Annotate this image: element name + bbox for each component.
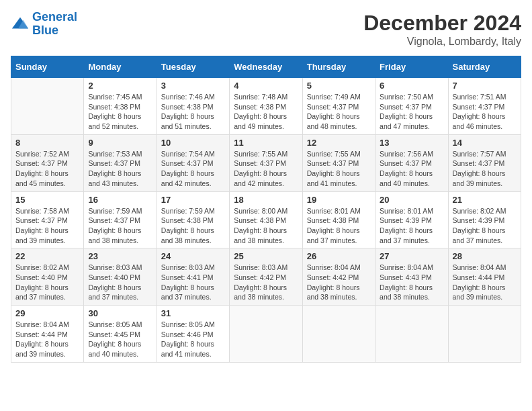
calendar-cell — [302, 306, 375, 363]
day-info: Sunrise: 7:59 AMSunset: 4:37 PMDaylight:… — [88, 206, 152, 246]
day-number: 20 — [380, 195, 443, 205]
col-monday: Monday — [84, 56, 157, 78]
calendar-cell: 4 Sunrise: 7:48 AMSunset: 4:38 PMDayligh… — [230, 78, 302, 135]
day-number: 13 — [380, 138, 443, 148]
header: General Blue December 2024 Vignola, Lomb… — [11, 11, 521, 48]
calendar-cell: 29 Sunrise: 8:04 AMSunset: 4:44 PMDaylig… — [11, 306, 84, 363]
day-number: 14 — [453, 138, 517, 148]
day-info: Sunrise: 7:45 AMSunset: 4:38 PMDaylight:… — [88, 92, 152, 132]
calendar-cell: 27 Sunrise: 8:04 AMSunset: 4:43 PMDaylig… — [375, 248, 448, 306]
day-info: Sunrise: 8:02 AMSunset: 4:40 PMDaylight:… — [15, 263, 79, 302]
calendar-table: Sunday Monday Tuesday Wednesday Thursday… — [11, 56, 521, 363]
day-number: 16 — [88, 195, 152, 205]
day-info: Sunrise: 8:03 AMSunset: 4:42 PMDaylight:… — [234, 263, 298, 302]
day-number: 30 — [88, 308, 152, 318]
calendar-cell: 10 Sunrise: 7:54 AMSunset: 4:37 PMDaylig… — [157, 134, 229, 191]
day-info: Sunrise: 7:54 AMSunset: 4:37 PMDaylight:… — [161, 149, 225, 189]
col-sunday: Sunday — [11, 56, 84, 78]
calendar-cell — [375, 306, 448, 363]
day-number: 22 — [15, 251, 79, 261]
day-info: Sunrise: 8:01 AMSunset: 4:38 PMDaylight:… — [307, 206, 371, 246]
day-number: 29 — [15, 308, 79, 318]
calendar-cell: 3 Sunrise: 7:46 AMSunset: 4:38 PMDayligh… — [157, 78, 229, 135]
day-info: Sunrise: 7:51 AMSunset: 4:37 PMDaylight:… — [453, 92, 517, 132]
calendar-header-row: Sunday Monday Tuesday Wednesday Thursday… — [11, 56, 521, 78]
day-number: 10 — [161, 138, 225, 148]
calendar-cell: 28 Sunrise: 8:04 AMSunset: 4:44 PMDaylig… — [448, 248, 521, 306]
calendar-cell: 23 Sunrise: 8:03 AMSunset: 4:40 PMDaylig… — [84, 248, 157, 306]
calendar-cell: 18 Sunrise: 8:00 AMSunset: 4:38 PMDaylig… — [230, 191, 302, 248]
calendar-row: 29 Sunrise: 8:04 AMSunset: 4:44 PMDaylig… — [11, 306, 521, 363]
day-info: Sunrise: 8:01 AMSunset: 4:39 PMDaylight:… — [380, 206, 443, 246]
day-info: Sunrise: 8:04 AMSunset: 4:44 PMDaylight:… — [15, 320, 79, 359]
day-number: 7 — [453, 81, 517, 91]
day-info: Sunrise: 7:58 AMSunset: 4:37 PMDaylight:… — [15, 206, 79, 246]
logo-icon — [11, 15, 30, 34]
col-saturday: Saturday — [448, 56, 521, 78]
day-number: 26 — [307, 251, 371, 261]
day-number: 23 — [88, 251, 152, 261]
day-info: Sunrise: 8:05 AMSunset: 4:46 PMDaylight:… — [161, 320, 225, 359]
calendar-cell: 22 Sunrise: 8:02 AMSunset: 4:40 PMDaylig… — [11, 248, 84, 306]
calendar-cell: 12 Sunrise: 7:55 AMSunset: 4:37 PMDaylig… — [302, 134, 375, 191]
calendar-cell: 25 Sunrise: 8:03 AMSunset: 4:42 PMDaylig… — [230, 248, 302, 306]
day-info: Sunrise: 7:55 AMSunset: 4:37 PMDaylight:… — [307, 149, 371, 189]
col-wednesday: Wednesday — [230, 56, 302, 78]
col-friday: Friday — [375, 56, 448, 78]
calendar-cell: 24 Sunrise: 8:03 AMSunset: 4:41 PMDaylig… — [157, 248, 229, 306]
calendar-cell: 30 Sunrise: 8:05 AMSunset: 4:45 PMDaylig… — [84, 306, 157, 363]
day-number: 6 — [380, 81, 443, 91]
logo: General Blue — [11, 11, 77, 38]
location-title: Vignola, Lombardy, Italy — [363, 36, 521, 48]
day-number: 3 — [161, 81, 225, 91]
calendar-cell: 2 Sunrise: 7:45 AMSunset: 4:38 PMDayligh… — [84, 78, 157, 135]
day-info: Sunrise: 7:48 AMSunset: 4:38 PMDaylight:… — [234, 92, 298, 132]
calendar-cell: 7 Sunrise: 7:51 AMSunset: 4:37 PMDayligh… — [448, 78, 521, 135]
day-info: Sunrise: 7:57 AMSunset: 4:37 PMDaylight:… — [453, 149, 517, 189]
day-number: 4 — [234, 81, 298, 91]
day-number: 31 — [161, 308, 225, 318]
calendar-cell: 31 Sunrise: 8:05 AMSunset: 4:46 PMDaylig… — [157, 306, 229, 363]
day-info: Sunrise: 8:04 AMSunset: 4:42 PMDaylight:… — [307, 263, 371, 302]
day-number: 18 — [234, 195, 298, 205]
calendar-cell: 6 Sunrise: 7:50 AMSunset: 4:37 PMDayligh… — [375, 78, 448, 135]
day-info: Sunrise: 8:03 AMSunset: 4:41 PMDaylight:… — [161, 263, 225, 302]
calendar-cell: 14 Sunrise: 7:57 AMSunset: 4:37 PMDaylig… — [448, 134, 521, 191]
day-number: 25 — [234, 251, 298, 261]
day-number: 8 — [15, 138, 79, 148]
calendar-cell — [11, 78, 84, 135]
calendar-row: 22 Sunrise: 8:02 AMSunset: 4:40 PMDaylig… — [11, 248, 521, 306]
day-number: 17 — [161, 195, 225, 205]
day-info: Sunrise: 8:04 AMSunset: 4:43 PMDaylight:… — [380, 263, 443, 302]
day-number: 27 — [380, 251, 443, 261]
calendar-cell: 8 Sunrise: 7:52 AMSunset: 4:37 PMDayligh… — [11, 134, 84, 191]
day-number: 15 — [15, 195, 79, 205]
calendar-cell: 13 Sunrise: 7:56 AMSunset: 4:37 PMDaylig… — [375, 134, 448, 191]
day-info: Sunrise: 7:52 AMSunset: 4:37 PMDaylight:… — [15, 149, 79, 189]
day-number: 21 — [453, 195, 517, 205]
calendar-cell: 19 Sunrise: 8:01 AMSunset: 4:38 PMDaylig… — [302, 191, 375, 248]
day-info: Sunrise: 8:02 AMSunset: 4:39 PMDaylight:… — [453, 206, 517, 246]
calendar-cell: 11 Sunrise: 7:55 AMSunset: 4:37 PMDaylig… — [230, 134, 302, 191]
day-info: Sunrise: 8:00 AMSunset: 4:38 PMDaylight:… — [234, 206, 298, 246]
calendar-cell: 21 Sunrise: 8:02 AMSunset: 4:39 PMDaylig… — [448, 191, 521, 248]
col-tuesday: Tuesday — [157, 56, 229, 78]
calendar-cell: 5 Sunrise: 7:49 AMSunset: 4:37 PMDayligh… — [302, 78, 375, 135]
logo-text: General Blue — [32, 11, 77, 38]
calendar-cell: 15 Sunrise: 7:58 AMSunset: 4:37 PMDaylig… — [11, 191, 84, 248]
day-number: 2 — [88, 81, 152, 91]
calendar-cell: 17 Sunrise: 7:59 AMSunset: 4:38 PMDaylig… — [157, 191, 229, 248]
day-info: Sunrise: 8:04 AMSunset: 4:44 PMDaylight:… — [453, 263, 517, 302]
day-number: 24 — [161, 251, 225, 261]
day-info: Sunrise: 7:49 AMSunset: 4:37 PMDaylight:… — [307, 92, 371, 132]
calendar-cell: 16 Sunrise: 7:59 AMSunset: 4:37 PMDaylig… — [84, 191, 157, 248]
day-info: Sunrise: 7:55 AMSunset: 4:37 PMDaylight:… — [234, 149, 298, 189]
day-number: 11 — [234, 138, 298, 148]
calendar-cell — [448, 306, 521, 363]
day-info: Sunrise: 7:50 AMSunset: 4:37 PMDaylight:… — [380, 92, 443, 132]
calendar-row: 8 Sunrise: 7:52 AMSunset: 4:37 PMDayligh… — [11, 134, 521, 191]
logo-line1: General — [32, 10, 77, 24]
day-number: 9 — [88, 138, 152, 148]
calendar-row: 2 Sunrise: 7:45 AMSunset: 4:38 PMDayligh… — [11, 78, 521, 135]
month-title: December 2024 — [363, 11, 521, 36]
